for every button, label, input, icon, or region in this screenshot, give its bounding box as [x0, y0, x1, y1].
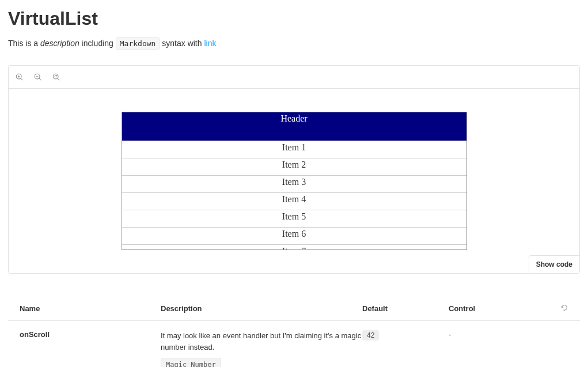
zoom-in-icon[interactable]: [16, 73, 24, 81]
desc-prefix: This is a: [8, 39, 40, 48]
list-item: Item 4: [122, 193, 466, 210]
arg-description: It may look like an event handler but I'…: [161, 330, 362, 367]
zoom-out-icon[interactable]: [34, 73, 42, 81]
list-item: Item 3: [122, 176, 466, 193]
list-item: Item 7: [122, 245, 466, 250]
arg-desc-text: It may look like an event handler but I'…: [161, 330, 362, 353]
desc-mid2: syntax with: [160, 39, 204, 48]
list-item: Item 2: [122, 158, 466, 176]
list-item: Item 6: [122, 228, 466, 245]
list-item: Item 1: [122, 141, 466, 158]
show-code-button[interactable]: Show code: [529, 255, 580, 274]
desc-link[interactable]: link: [204, 39, 216, 48]
virtual-list[interactable]: Header Item 1 Item 2 Item 3 Item 4 Item …: [122, 112, 467, 250]
svg-line-5: [39, 78, 41, 80]
col-header-default: Default: [362, 304, 449, 313]
default-badge: 42: [362, 330, 379, 340]
desc-italic: description: [40, 39, 79, 48]
arg-name: onScroll: [20, 330, 161, 339]
reset-controls[interactable]: [552, 304, 568, 313]
list-item: Item 5: [122, 210, 466, 228]
description: This is a description including Markdown…: [8, 39, 580, 48]
virtual-list-header: Header: [122, 112, 466, 141]
zoom-reset-icon[interactable]: [52, 73, 60, 81]
args-table: Name Description Default Control onScrol…: [8, 297, 580, 367]
preview-toolbar: [9, 66, 579, 89]
col-header-control: Control: [449, 304, 552, 313]
arg-control: -: [449, 330, 552, 339]
arg-type-tag: Magic Number: [161, 358, 221, 367]
arg-default: 42: [362, 330, 449, 340]
svg-line-8: [58, 78, 60, 80]
table-row: onScroll It may look like an event handl…: [8, 321, 580, 367]
undo-icon: [560, 304, 568, 313]
args-header-row: Name Description Default Control: [8, 297, 580, 321]
preview-canvas: Header Item 1 Item 2 Item 3 Item 4 Item …: [8, 65, 580, 274]
desc-code: Markdown: [116, 37, 160, 50]
preview-area: Header Item 1 Item 2 Item 3 Item 4 Item …: [9, 89, 579, 273]
col-header-name: Name: [20, 304, 161, 313]
col-header-description: Description: [161, 304, 362, 313]
desc-mid: including: [79, 39, 116, 48]
page-title: VirtualList: [8, 8, 580, 29]
svg-line-1: [21, 78, 23, 80]
